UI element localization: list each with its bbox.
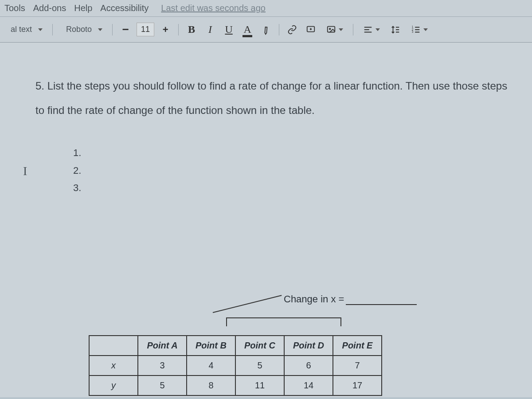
font-family-label: Roboto bbox=[63, 23, 95, 36]
menu-bar: Tools Add-ons Help Accessibility Last ed… bbox=[0, 0, 532, 17]
font-size-input[interactable]: 11 bbox=[137, 23, 154, 36]
svg-text:3: 3 bbox=[412, 30, 414, 33]
separator bbox=[52, 24, 53, 35]
italic-button[interactable]: I bbox=[203, 22, 218, 37]
separator bbox=[279, 24, 279, 35]
insert-image-dropdown[interactable] bbox=[322, 23, 348, 36]
highlight-button[interactable] bbox=[255, 19, 277, 40]
separator bbox=[353, 24, 353, 35]
chevron-down-icon bbox=[98, 28, 102, 31]
menu-tools[interactable]: Tools bbox=[4, 3, 25, 13]
question-text: 5. List the steps you should follow to f… bbox=[22, 74, 510, 122]
table-row-x: x 3 4 5 6 7 bbox=[89, 356, 382, 376]
x-b: 4 bbox=[187, 356, 235, 376]
row-y-label: y bbox=[89, 376, 138, 395]
text-cursor: I bbox=[23, 164, 27, 178]
y-c: 11 bbox=[235, 376, 284, 395]
function-table: Point A Point B Point C Point D Point E … bbox=[89, 335, 382, 396]
comment-plus-icon bbox=[306, 25, 316, 35]
image-icon bbox=[326, 25, 336, 35]
col-point-b: Point B bbox=[187, 336, 235, 356]
separator bbox=[112, 24, 113, 35]
format-toolbar: al text Roboto − 11 + B I U A 123 bbox=[0, 17, 532, 43]
step-3: 3. bbox=[73, 180, 510, 196]
y-e: 17 bbox=[333, 376, 382, 395]
change-label: Change in x = bbox=[284, 293, 417, 305]
numbered-list-dropdown[interactable]: 123 bbox=[407, 23, 432, 36]
table-header-row: Point A Point B Point C Point D Point E bbox=[89, 336, 382, 356]
document-canvas[interactable]: 5. List the steps you should follow to f… bbox=[0, 43, 532, 397]
y-b: 8 bbox=[187, 376, 235, 395]
table-corner bbox=[89, 336, 138, 356]
last-edit-status[interactable]: Last edit was seconds ago bbox=[161, 3, 266, 13]
chevron-down-icon bbox=[38, 28, 43, 31]
chevron-down-icon bbox=[376, 28, 380, 31]
pointer-line bbox=[213, 295, 282, 313]
table-row-y: y 5 8 11 14 17 bbox=[89, 376, 382, 395]
paragraph-style-label: al text bbox=[7, 23, 35, 36]
underline-button[interactable]: U bbox=[221, 22, 236, 37]
menu-accessibility[interactable]: Accessibility bbox=[100, 3, 149, 13]
col-point-d: Point D bbox=[284, 336, 333, 356]
col-point-a: Point A bbox=[138, 336, 187, 356]
numbered-list-icon: 123 bbox=[411, 25, 421, 35]
font-family-dropdown[interactable]: Roboto bbox=[58, 21, 107, 38]
x-c: 5 bbox=[235, 356, 284, 376]
step-2: 2. bbox=[73, 162, 510, 179]
add-comment-button[interactable] bbox=[303, 22, 318, 37]
highlighter-icon bbox=[259, 23, 273, 36]
blank-line bbox=[346, 304, 417, 305]
steps-list: 1. 2. 3. bbox=[73, 145, 510, 196]
row-x-label: x bbox=[89, 356, 138, 376]
change-label-text: Change in x = bbox=[284, 293, 344, 305]
text-color-button[interactable]: A bbox=[240, 22, 255, 37]
menu-addons[interactable]: Add-ons bbox=[33, 3, 66, 13]
separator bbox=[178, 24, 179, 35]
insert-link-button[interactable] bbox=[285, 22, 300, 37]
svg-point-2 bbox=[329, 28, 331, 29]
link-icon bbox=[287, 25, 297, 35]
bracket-icon bbox=[226, 317, 341, 326]
line-spacing-button[interactable] bbox=[388, 22, 403, 37]
paragraph-style-dropdown[interactable]: al text bbox=[3, 21, 47, 38]
decrease-font-button[interactable]: − bbox=[118, 22, 133, 37]
x-d: 6 bbox=[284, 356, 333, 376]
line-spacing-icon bbox=[391, 25, 400, 35]
chevron-down-icon bbox=[339, 28, 343, 31]
col-point-e: Point E bbox=[333, 336, 382, 356]
step-1: 1. bbox=[73, 145, 510, 161]
increase-font-button[interactable]: + bbox=[158, 22, 173, 37]
y-d: 14 bbox=[284, 376, 333, 395]
bold-button[interactable]: B bbox=[184, 22, 199, 37]
x-e: 7 bbox=[333, 356, 382, 376]
x-a: 3 bbox=[138, 356, 187, 376]
col-point-c: Point C bbox=[235, 336, 284, 356]
menu-help[interactable]: Help bbox=[74, 3, 92, 13]
align-dropdown[interactable] bbox=[359, 23, 384, 36]
y-a: 5 bbox=[138, 376, 187, 395]
align-left-icon bbox=[363, 25, 373, 35]
chevron-down-icon bbox=[423, 28, 428, 31]
